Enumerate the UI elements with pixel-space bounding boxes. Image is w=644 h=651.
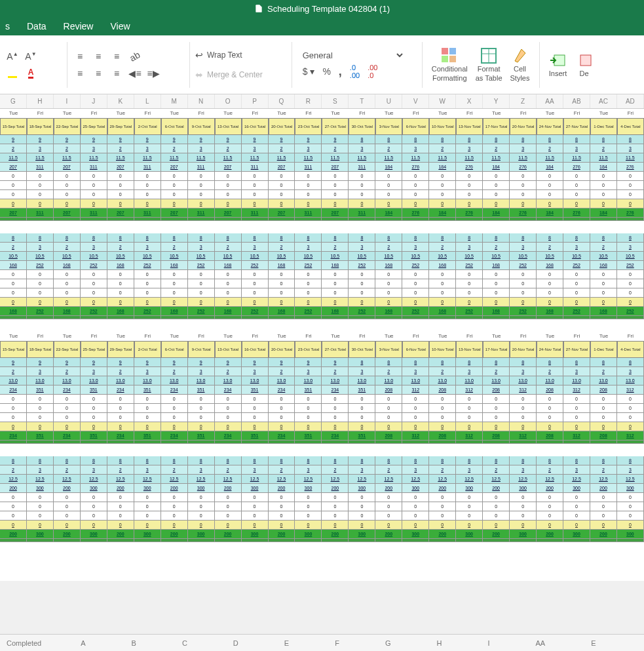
cell[interactable]: 208 — [375, 431, 402, 441]
cell[interactable]: 0 — [0, 298, 27, 307]
cell[interactable]: 13.0 — [429, 376, 456, 385]
cell[interactable]: 16-Oct Total — [242, 118, 269, 135]
cell[interactable]: 0 — [456, 172, 483, 181]
cell[interactable]: 10.5 — [590, 252, 617, 261]
cell[interactable]: 168 — [54, 261, 81, 270]
cell[interactable]: 312 — [510, 385, 537, 395]
cell[interactable]: 3 — [349, 243, 375, 252]
cell[interactable]: 0 — [54, 172, 81, 181]
cell[interactable]: 0 — [81, 279, 107, 288]
cell[interactable]: 0 — [0, 521, 27, 530]
fill-color-button[interactable] — [5, 66, 20, 81]
cell[interactable]: 8 — [54, 233, 81, 243]
cell[interactable]: 0 — [134, 422, 161, 431]
cell[interactable]: 200 — [107, 484, 134, 493]
cell[interactable]: 0 — [107, 172, 134, 181]
cell[interactable]: 22-Sep Total — [54, 341, 81, 358]
cell[interactable]: 13.0 — [54, 376, 81, 385]
cell[interactable]: 0 — [161, 172, 188, 181]
cell[interactable]: 3 — [134, 144, 161, 153]
cell[interactable]: 0 — [107, 190, 134, 199]
cell[interactable]: 0 — [510, 288, 537, 298]
cell[interactable]: 0 — [27, 288, 54, 298]
cell[interactable]: 0 — [81, 199, 107, 208]
cell[interactable]: 8 — [590, 135, 617, 144]
cell[interactable]: 0 — [107, 502, 134, 511]
cell[interactable]: 300 — [295, 484, 322, 493]
cell[interactable]: 0 — [322, 521, 349, 530]
cell[interactable]: 0 — [349, 298, 375, 307]
cell[interactable]: 0 — [402, 404, 429, 413]
cell[interactable]: 9 — [107, 358, 134, 367]
cell[interactable]: 3 — [81, 465, 107, 475]
cell[interactable]: 252 — [27, 307, 54, 316]
cell[interactable]: Tue — [0, 332, 27, 341]
cell[interactable]: 0 — [81, 288, 107, 298]
cell[interactable]: 0 — [269, 404, 295, 413]
cell[interactable]: 10.5 — [456, 252, 483, 261]
cell[interactable]: Fri — [456, 332, 483, 341]
cell[interactable]: 312 — [402, 385, 429, 395]
cell[interactable]: 0 — [617, 413, 644, 422]
cell[interactable]: 0 — [242, 270, 269, 279]
cell[interactable]: 252 — [510, 261, 537, 270]
cell[interactable]: 200 — [429, 530, 456, 539]
cell[interactable]: 0 — [242, 395, 269, 404]
cell[interactable]: 300 — [134, 530, 161, 539]
cell[interactable]: 0 — [107, 521, 134, 530]
cell[interactable]: 0 — [107, 404, 134, 413]
cell[interactable]: 0 — [322, 493, 349, 502]
cell[interactable]: 0 — [242, 199, 269, 208]
cell[interactable]: 0 — [375, 298, 402, 307]
cell[interactable]: 8 — [161, 233, 188, 243]
cell[interactable]: Tue — [537, 109, 563, 118]
cell[interactable]: 0 — [322, 199, 349, 208]
cell[interactable]: 3 — [349, 465, 375, 475]
cell[interactable]: 9 — [81, 358, 107, 367]
cell[interactable]: 208 — [429, 385, 456, 395]
cell[interactable]: 312 — [617, 431, 644, 441]
cell[interactable]: 0 — [402, 190, 429, 199]
cell[interactable]: 0 — [537, 190, 563, 199]
cell[interactable]: 12.5 — [456, 475, 483, 484]
cell[interactable]: 184 — [375, 163, 402, 172]
wrap-text-button[interactable]: ↩Wrap Text — [195, 50, 263, 60]
cell[interactable]: 0 — [134, 199, 161, 208]
cell[interactable]: 13.0 — [402, 376, 429, 385]
cell[interactable]: 10.5 — [27, 252, 54, 261]
cell[interactable]: 234 — [161, 385, 188, 395]
cell[interactable]: 0 — [215, 199, 242, 208]
cell[interactable]: 0 — [483, 422, 510, 431]
cell[interactable]: 0 — [429, 288, 456, 298]
cell[interactable]: 200 — [161, 484, 188, 493]
cell[interactable]: 0 — [134, 404, 161, 413]
cell[interactable]: 207 — [54, 163, 81, 172]
cell[interactable]: 168 — [215, 307, 242, 316]
column-header[interactable]: J — [81, 94, 107, 108]
cell[interactable]: 200 — [215, 530, 242, 539]
cell[interactable]: 13-Nov Total — [456, 118, 483, 135]
cell[interactable]: Fri — [134, 332, 161, 341]
cell[interactable]: 9 — [54, 358, 81, 367]
cell[interactable]: 6-Oct Total — [161, 341, 188, 358]
cell[interactable]: 234 — [269, 431, 295, 441]
cell[interactable]: 168 — [537, 261, 563, 270]
cell[interactable]: 0 — [27, 395, 54, 404]
cell[interactable]: 300 — [242, 484, 269, 493]
cell[interactable]: 0 — [349, 395, 375, 404]
cell[interactable]: 6-Oct Total — [161, 118, 188, 135]
cell[interactable]: 3-Nov Total — [375, 118, 402, 135]
cell[interactable]: 351 — [188, 431, 215, 441]
cell[interactable]: 11.5 — [375, 153, 402, 163]
cell[interactable]: 8 — [510, 358, 537, 367]
cell[interactable]: 351 — [134, 385, 161, 395]
cell[interactable]: 0 — [295, 413, 322, 422]
cell[interactable]: 0 — [563, 288, 590, 298]
cell[interactable]: Tue — [590, 109, 617, 118]
cell[interactable]: 9 — [0, 358, 27, 367]
cell[interactable]: 351 — [349, 385, 375, 395]
cell[interactable]: 10.5 — [429, 252, 456, 261]
cell[interactable]: 0 — [349, 493, 375, 502]
cell[interactable]: 0 — [188, 493, 215, 502]
cell[interactable]: 10.5 — [161, 252, 188, 261]
